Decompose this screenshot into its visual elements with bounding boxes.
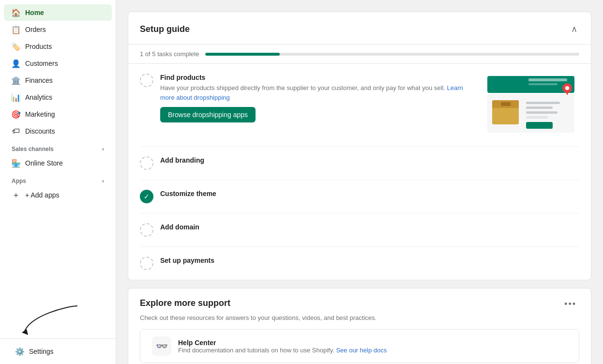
svg-rect-9 [526,116,548,119]
find-products-desc: Have your products shipped directly from… [160,83,476,102]
sidebar-item-orders[interactable]: 📋 Orders [4,21,112,38]
marketing-icon: 🎯 [12,110,20,119]
sidebar-item-finances[interactable]: 🏛️ Finances [4,72,112,89]
sidebar-item-customers-label: Customers [25,60,58,67]
set-up-payments-content: Set up payments [160,257,579,266]
apps-section: Apps › [0,172,116,186]
find-products-illustration [482,74,579,136]
help-center-title: Help Center [178,339,387,347]
svg-rect-6 [526,102,560,104]
sidebar-item-marketing-label: Marketing [25,110,55,118]
setup-guide-card: Setup guide ∧ 1 of 5 tasks complete Find… [128,12,591,280]
main-content: Setup guide ∧ 1 of 5 tasks complete Find… [116,0,603,364]
sidebar-bottom: ⚙️ Settings [0,338,116,364]
svg-rect-7 [526,106,553,109]
orders-icon: 📋 [12,25,20,34]
analytics-icon: 📊 [12,93,20,102]
progress-text: 1 of 5 tasks complete [140,50,199,58]
sidebar-item-online-store-label: Online Store [25,159,63,167]
setup-item-customize-theme: ✓ Customize theme [140,180,579,213]
add-branding-content: Add branding [160,156,579,166]
set-up-payments-title: Set up payments [160,257,579,264]
progress-bar-fill [205,53,280,56]
sidebar-item-discounts-label: Discounts [25,127,55,135]
sidebar-item-settings[interactable]: ⚙️ Settings [8,343,108,360]
setup-item-add-domain: Add domain [140,213,579,247]
help-center-desc: Find documentation and tutorials on how … [178,347,387,354]
customize-theme-title: Customize theme [160,190,579,197]
svg-rect-14 [528,78,567,81]
support-header: Explore more support ••• [128,288,591,314]
find-products-status-icon [140,74,153,87]
apps-chevron-icon: › [102,178,104,184]
sidebar-item-products-label: Products [25,43,52,50]
add-domain-title: Add domain [160,223,579,231]
customize-theme-status-icon: ✓ [140,190,153,203]
find-products-title: Find products [160,74,476,81]
sidebar-item-finances-label: Finances [25,76,53,84]
finances-icon: 🏛️ [12,76,20,85]
apps-label: Apps [12,178,26,184]
sidebar-item-analytics-label: Analytics [25,93,52,101]
sidebar-item-analytics[interactable]: 📊 Analytics [4,89,112,106]
support-title: Explore more support [140,298,230,308]
sidebar-item-settings-label: Settings [29,348,54,355]
home-icon: 🏠 [12,8,20,17]
customers-icon: 👤 [12,59,20,68]
settings-icon: ⚙️ [15,347,24,356]
sidebar-item-add-apps-label: + Add apps [25,191,59,199]
browse-dropshipping-button[interactable]: Browse dropshipping apps [160,107,256,122]
add-branding-status-icon [140,156,153,170]
sidebar-item-online-store[interactable]: 🏪 Online Store [4,155,112,171]
progress-row: 1 of 5 tasks complete [128,45,591,64]
discounts-icon: 🏷 [12,127,20,136]
help-center-icon: 👓 [152,336,171,356]
sidebar-item-customers[interactable]: 👤 Customers [4,55,112,72]
find-products-content: Find products Have your products shipped… [160,74,476,122]
sidebar-nav: 🏠 Home 📋 Orders 🏷️ Products 👤 Customers … [0,0,116,338]
customize-theme-content: Customize theme [160,190,579,199]
resource-item-help-center: 👓 Help Center Find documentation and tut… [140,329,579,363]
setup-guide-header: Setup guide ∧ [128,12,591,45]
add-apps-icon: ＋ [12,191,20,199]
explore-support-card: Explore more support ••• Check out these… [128,288,591,364]
sidebar-item-home[interactable]: 🏠 Home [4,4,112,21]
support-title-block: Explore more support [140,298,230,308]
sales-channels-section: Sales channels › [0,140,116,154]
setup-item-add-branding: Add branding [140,147,579,180]
sidebar: 🏠 Home 📋 Orders 🏷️ Products 👤 Customers … [0,0,116,364]
sidebar-item-products[interactable]: 🏷️ Products [4,38,112,55]
online-store-icon: 🏪 [12,159,20,167]
add-domain-status-icon [140,223,153,237]
sales-channels-chevron-icon: › [102,146,104,152]
collapse-button[interactable]: ∧ [569,22,579,36]
sidebar-item-add-apps[interactable]: ＋ + Add apps [4,187,112,203]
svg-point-13 [565,86,569,90]
setup-guide-title: Setup guide [140,24,190,34]
help-center-content: Help Center Find documentation and tutor… [178,339,387,354]
products-icon: 🏷️ [12,42,20,51]
help-docs-link[interactable]: See our help docs [336,347,387,354]
setup-item-find-products: Find products Have your products shipped… [140,64,579,147]
svg-rect-15 [528,83,558,85]
setup-items-list: Find products Have your products shipped… [128,64,591,280]
set-up-payments-status-icon [140,257,153,270]
add-domain-content: Add domain [160,223,579,233]
svg-rect-8 [526,111,558,114]
svg-rect-10 [526,122,553,129]
svg-rect-5 [501,102,511,106]
support-more-button[interactable]: ••• [561,298,579,310]
setup-item-set-up-payments: Set up payments [140,247,579,280]
progress-bar-background [205,53,579,56]
sidebar-item-discounts[interactable]: 🏷 Discounts [4,123,112,139]
sidebar-item-home-label: Home [25,9,44,16]
support-desc: Check out these resources for answers to… [128,314,591,329]
sales-channels-label: Sales channels [12,146,54,152]
add-branding-title: Add branding [160,156,579,164]
sidebar-item-orders-label: Orders [25,26,46,33]
sidebar-item-marketing[interactable]: 🎯 Marketing [4,106,112,122]
